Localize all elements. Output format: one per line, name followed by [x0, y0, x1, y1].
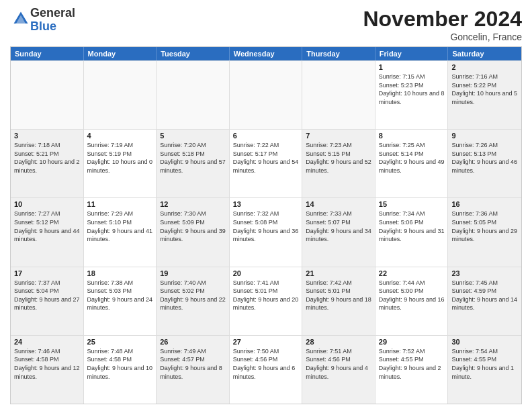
day-info: Sunrise: 7:30 AM Sunset: 5:09 PM Dayligh… [160, 210, 226, 243]
day-number: 10 [14, 200, 80, 208]
day-cell-10: 10Sunrise: 7:27 AM Sunset: 5:12 PM Dayli… [11, 198, 84, 266]
empty-cell [302, 61, 375, 129]
day-number: 29 [379, 338, 445, 346]
day-info: Sunrise: 7:45 AM Sunset: 4:59 PM Dayligh… [451, 279, 518, 312]
day-info: Sunrise: 7:44 AM Sunset: 5:00 PM Dayligh… [379, 279, 445, 312]
day-cell-14: 14Sunrise: 7:33 AM Sunset: 5:07 PM Dayli… [302, 198, 375, 266]
day-info: Sunrise: 7:40 AM Sunset: 5:02 PM Dayligh… [160, 279, 226, 312]
day-info: Sunrise: 7:27 AM Sunset: 5:12 PM Dayligh… [14, 210, 80, 243]
day-number: 1 [379, 63, 445, 71]
day-number: 26 [160, 338, 226, 346]
empty-cell [230, 61, 303, 129]
header-day-tuesday: Tuesday [157, 47, 230, 60]
header-day-thursday: Thursday [302, 47, 375, 60]
day-cell-3: 3Sunrise: 7:18 AM Sunset: 5:21 PM Daylig… [11, 130, 84, 197]
day-cell-12: 12Sunrise: 7:30 AM Sunset: 5:09 PM Dayli… [157, 198, 230, 266]
day-number: 19 [160, 269, 226, 277]
header-day-sunday: Sunday [11, 47, 84, 60]
day-info: Sunrise: 7:20 AM Sunset: 5:18 PM Dayligh… [160, 141, 226, 175]
day-number: 23 [451, 269, 518, 277]
header: General Blue November 2024 Goncelin, Fra… [10, 7, 522, 42]
calendar-row-1: 3Sunrise: 7:18 AM Sunset: 5:21 PM Daylig… [11, 129, 521, 197]
header-day-friday: Friday [375, 47, 449, 60]
day-cell-26: 26Sunrise: 7:49 AM Sunset: 4:57 PM Dayli… [157, 336, 230, 404]
day-info: Sunrise: 7:22 AM Sunset: 5:17 PM Dayligh… [233, 141, 299, 175]
day-info: Sunrise: 7:19 AM Sunset: 5:19 PM Dayligh… [87, 141, 153, 175]
calendar-row-3: 17Sunrise: 7:37 AM Sunset: 5:04 PM Dayli… [11, 267, 521, 335]
day-info: Sunrise: 7:15 AM Sunset: 5:23 PM Dayligh… [379, 73, 445, 106]
day-info: Sunrise: 7:54 AM Sunset: 4:55 PM Dayligh… [451, 347, 518, 381]
day-number: 28 [306, 338, 371, 346]
day-number: 15 [379, 200, 445, 208]
header-day-monday: Monday [84, 47, 157, 60]
day-number: 25 [87, 338, 153, 346]
day-cell-5: 5Sunrise: 7:20 AM Sunset: 5:18 PM Daylig… [157, 130, 230, 197]
logo: General Blue [10, 7, 75, 34]
day-info: Sunrise: 7:25 AM Sunset: 5:14 PM Dayligh… [379, 141, 445, 175]
empty-cell [157, 61, 230, 129]
day-info: Sunrise: 7:18 AM Sunset: 5:21 PM Dayligh… [14, 141, 80, 175]
day-number: 7 [306, 132, 371, 140]
day-info: Sunrise: 7:51 AM Sunset: 4:56 PM Dayligh… [306, 347, 371, 381]
day-number: 16 [451, 200, 518, 208]
day-number: 21 [306, 269, 371, 277]
header-day-saturday: Saturday [448, 47, 521, 60]
logo-icon [11, 9, 30, 28]
day-number: 4 [87, 132, 153, 140]
day-info: Sunrise: 7:29 AM Sunset: 5:10 PM Dayligh… [87, 210, 153, 243]
calendar-row-4: 24Sunrise: 7:46 AM Sunset: 4:58 PM Dayli… [11, 335, 521, 404]
day-cell-6: 6Sunrise: 7:22 AM Sunset: 5:17 PM Daylig… [230, 130, 303, 197]
calendar-row-2: 10Sunrise: 7:27 AM Sunset: 5:12 PM Dayli… [11, 197, 521, 266]
day-cell-29: 29Sunrise: 7:52 AM Sunset: 4:55 PM Dayli… [375, 336, 449, 404]
day-cell-2: 2Sunrise: 7:16 AM Sunset: 5:22 PM Daylig… [448, 61, 521, 129]
day-cell-7: 7Sunrise: 7:23 AM Sunset: 5:15 PM Daylig… [302, 130, 375, 197]
day-cell-18: 18Sunrise: 7:38 AM Sunset: 5:03 PM Dayli… [84, 267, 157, 335]
day-cell-22: 22Sunrise: 7:44 AM Sunset: 5:00 PM Dayli… [375, 267, 449, 335]
day-cell-21: 21Sunrise: 7:42 AM Sunset: 5:01 PM Dayli… [302, 267, 375, 335]
day-number: 22 [379, 269, 445, 277]
day-info: Sunrise: 7:46 AM Sunset: 4:58 PM Dayligh… [14, 347, 80, 381]
day-cell-1: 1Sunrise: 7:15 AM Sunset: 5:23 PM Daylig… [375, 61, 449, 129]
day-info: Sunrise: 7:52 AM Sunset: 4:55 PM Dayligh… [379, 347, 445, 381]
day-info: Sunrise: 7:32 AM Sunset: 5:08 PM Dayligh… [233, 210, 299, 243]
day-info: Sunrise: 7:34 AM Sunset: 5:06 PM Dayligh… [379, 210, 445, 243]
calendar: SundayMondayTuesdayWednesdayThursdayFrid… [10, 46, 522, 404]
day-number: 13 [233, 200, 299, 208]
month-title: November 2024 [363, 7, 522, 32]
day-number: 27 [233, 338, 299, 346]
day-cell-23: 23Sunrise: 7:45 AM Sunset: 4:59 PM Dayli… [448, 267, 521, 335]
day-number: 11 [87, 200, 153, 208]
day-cell-24: 24Sunrise: 7:46 AM Sunset: 4:58 PM Dayli… [11, 336, 84, 404]
day-cell-30: 30Sunrise: 7:54 AM Sunset: 4:55 PM Dayli… [448, 336, 521, 404]
logo-general: General [30, 6, 75, 19]
day-number: 30 [451, 338, 518, 346]
empty-cell [11, 61, 84, 129]
day-number: 8 [379, 132, 445, 140]
day-info: Sunrise: 7:26 AM Sunset: 5:13 PM Dayligh… [451, 141, 518, 175]
calendar-body: 1Sunrise: 7:15 AM Sunset: 5:23 PM Daylig… [11, 60, 521, 404]
calendar-row-0: 1Sunrise: 7:15 AM Sunset: 5:23 PM Daylig… [11, 60, 521, 129]
day-cell-13: 13Sunrise: 7:32 AM Sunset: 5:08 PM Dayli… [230, 198, 303, 266]
calendar-header: SundayMondayTuesdayWednesdayThursdayFrid… [11, 47, 521, 60]
day-info: Sunrise: 7:38 AM Sunset: 5:03 PM Dayligh… [87, 279, 153, 312]
day-cell-27: 27Sunrise: 7:50 AM Sunset: 4:56 PM Dayli… [230, 336, 303, 404]
day-cell-17: 17Sunrise: 7:37 AM Sunset: 5:04 PM Dayli… [11, 267, 84, 335]
day-info: Sunrise: 7:37 AM Sunset: 5:04 PM Dayligh… [14, 279, 80, 312]
day-info: Sunrise: 7:23 AM Sunset: 5:15 PM Dayligh… [306, 141, 371, 175]
day-info: Sunrise: 7:48 AM Sunset: 4:58 PM Dayligh… [87, 347, 153, 381]
day-cell-20: 20Sunrise: 7:41 AM Sunset: 5:01 PM Dayli… [230, 267, 303, 335]
day-cell-28: 28Sunrise: 7:51 AM Sunset: 4:56 PM Dayli… [302, 336, 375, 404]
day-number: 12 [160, 200, 226, 208]
day-cell-19: 19Sunrise: 7:40 AM Sunset: 5:02 PM Dayli… [157, 267, 230, 335]
day-number: 9 [451, 132, 518, 140]
empty-cell [84, 61, 157, 129]
day-cell-25: 25Sunrise: 7:48 AM Sunset: 4:58 PM Dayli… [84, 336, 157, 404]
logo-blue: Blue [30, 19, 56, 33]
day-info: Sunrise: 7:16 AM Sunset: 5:22 PM Dayligh… [451, 73, 518, 106]
day-number: 14 [306, 200, 371, 208]
day-number: 2 [451, 63, 518, 71]
day-cell-16: 16Sunrise: 7:36 AM Sunset: 5:05 PM Dayli… [448, 198, 521, 266]
header-day-wednesday: Wednesday [230, 47, 303, 60]
day-info: Sunrise: 7:50 AM Sunset: 4:56 PM Dayligh… [233, 347, 299, 381]
day-cell-11: 11Sunrise: 7:29 AM Sunset: 5:10 PM Dayli… [84, 198, 157, 266]
